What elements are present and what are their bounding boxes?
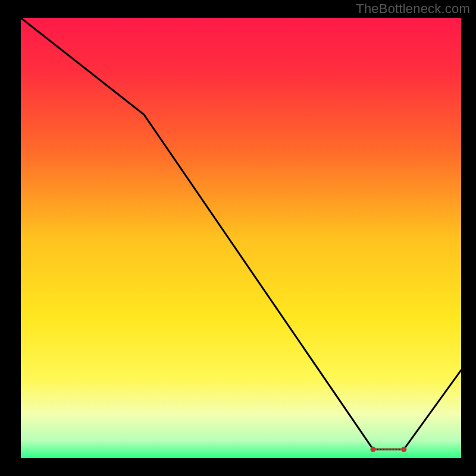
svg-point-1 (401, 447, 406, 452)
gradient-background (21, 18, 461, 458)
plot-area (21, 18, 461, 458)
svg-rect-9 (396, 449, 399, 450)
svg-rect-10 (400, 449, 402, 450)
chart-svg (21, 18, 461, 458)
svg-rect-7 (390, 449, 393, 450)
svg-rect-5 (384, 449, 387, 450)
svg-rect-8 (393, 449, 396, 450)
svg-point-0 (371, 447, 376, 452)
chart-frame: TheBottleneck.com (0, 0, 476, 476)
svg-rect-4 (381, 449, 384, 450)
svg-rect-3 (378, 449, 380, 450)
svg-rect-2 (375, 449, 377, 450)
svg-rect-6 (387, 449, 390, 450)
watermark-text: TheBottleneck.com (356, 1, 470, 17)
